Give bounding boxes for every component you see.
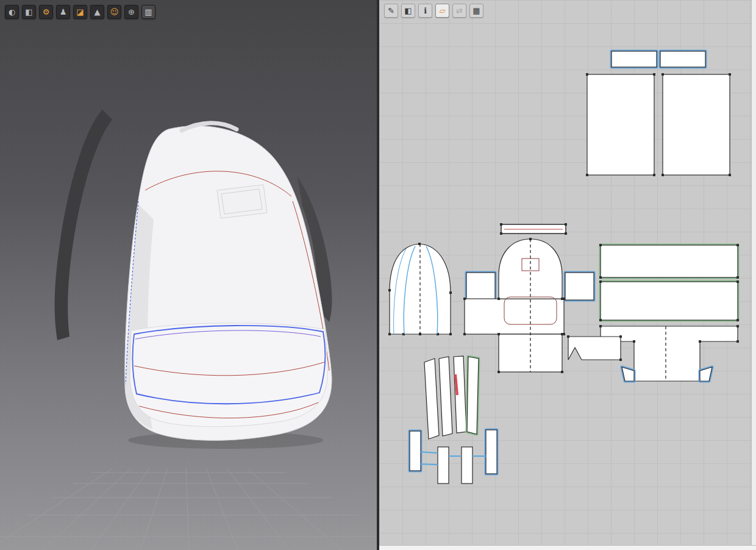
link-pattern-icon-glyph: ⇄ [456, 7, 463, 15]
bake-texture-icon-glyph: ▦ [472, 7, 480, 15]
shoulder-strap-b[interactable] [439, 357, 452, 436]
vertical-scrollbar[interactable] [751, 0, 756, 550]
shoulder-strap-c[interactable] [454, 356, 466, 433]
horizontal-scrollbar[interactable] [379, 545, 756, 550]
back-panel-right[interactable] [661, 73, 731, 176]
simulate-icon-glyph: ◐ [9, 8, 15, 16]
info-icon[interactable]: ℹ [418, 4, 432, 18]
base-tab-right[interactable] [700, 367, 712, 381]
front-panel-band[interactable] [463, 298, 565, 335]
backpack-strap-left [55, 110, 112, 340]
gears-icon-glyph: ⚙ [43, 8, 50, 16]
edit-pattern-icon-glyph: ✎ [388, 7, 394, 15]
link-line-1[interactable] [421, 452, 438, 453]
side-pocket-right[interactable] [565, 273, 594, 300]
2d-toolbar: ✎◧ℹ▱⇄▦ [384, 4, 483, 18]
cloth-icon-glyph: ◧ [25, 8, 32, 16]
back-panel-left[interactable] [586, 73, 655, 176]
3d-toolbar: ◐◧⚙♟◪▲☺⊕▥ [5, 5, 155, 19]
cloth-icon[interactable]: ◧ [22, 5, 36, 19]
side-pocket-left[interactable] [466, 273, 495, 300]
strap-end-right[interactable] [486, 430, 497, 474]
3d-viewport[interactable]: ◐◧⚙♟◪▲☺⊕▥ [0, 0, 377, 550]
link-pattern-icon[interactable]: ⇄ [452, 4, 466, 18]
strap-end-left[interactable] [410, 431, 421, 471]
avatar-icon[interactable]: ♟ [56, 5, 70, 19]
avatar-icon-glyph: ♟ [60, 8, 67, 16]
2d-pattern-panel[interactable]: ✎◧ℹ▱⇄▦ [379, 0, 756, 550]
link-line-2[interactable] [421, 464, 438, 465]
globe-icon-glyph: ⊕ [128, 8, 135, 16]
base-tab-left[interactable] [622, 367, 634, 381]
show-garment-icon[interactable]: ◧ [401, 4, 415, 18]
pin-icon[interactable]: ▲ [90, 5, 104, 19]
flap-piece[interactable] [567, 335, 622, 361]
strap-cover-right[interactable] [660, 51, 705, 67]
label-patch [217, 185, 267, 218]
measure-ruler-icon[interactable]: ▥ [141, 5, 155, 19]
fabric-fold-icon-glyph: ◪ [76, 8, 84, 16]
app-window: ◐◧⚙♟◪▲☺⊕▥ ✎◧ℹ▱⇄▦ [0, 0, 756, 550]
lid-panel-top[interactable] [599, 244, 739, 279]
fabric-fold-icon[interactable]: ◪ [73, 5, 87, 19]
floor-grid [0, 468, 377, 550]
lid-panel-bottom[interactable] [599, 280, 739, 321]
bake-texture-icon[interactable]: ▦ [469, 4, 483, 18]
show-pattern-icon-glyph: ▱ [440, 7, 446, 15]
mannequin-icon[interactable]: ☺ [107, 5, 121, 19]
pin-icon-glyph: ▲ [94, 8, 101, 16]
show-pattern-icon[interactable]: ▱ [435, 4, 449, 18]
shoulder-strap-a[interactable] [424, 359, 439, 439]
gears-icon[interactable]: ⚙ [39, 5, 53, 19]
strap-cover-left[interactable] [612, 51, 657, 67]
edit-pattern-icon[interactable]: ✎ [384, 4, 398, 18]
measure-ruler-icon-glyph: ▥ [144, 8, 152, 16]
shoulder-strap-d[interactable] [467, 357, 479, 434]
info-icon-glyph: ℹ [424, 7, 427, 15]
show-garment-icon-glyph: ◧ [404, 7, 412, 15]
backpack-3d-model[interactable] [55, 110, 332, 449]
mannequin-icon-glyph: ☺ [110, 8, 119, 16]
globe-icon[interactable]: ⊕ [124, 5, 138, 19]
pattern-svg [379, 0, 756, 550]
strap-link-b[interactable] [462, 447, 472, 484]
3d-scene [0, 0, 377, 550]
strap-link-a[interactable] [438, 447, 449, 484]
simulate-icon[interactable]: ◐ [5, 5, 19, 19]
